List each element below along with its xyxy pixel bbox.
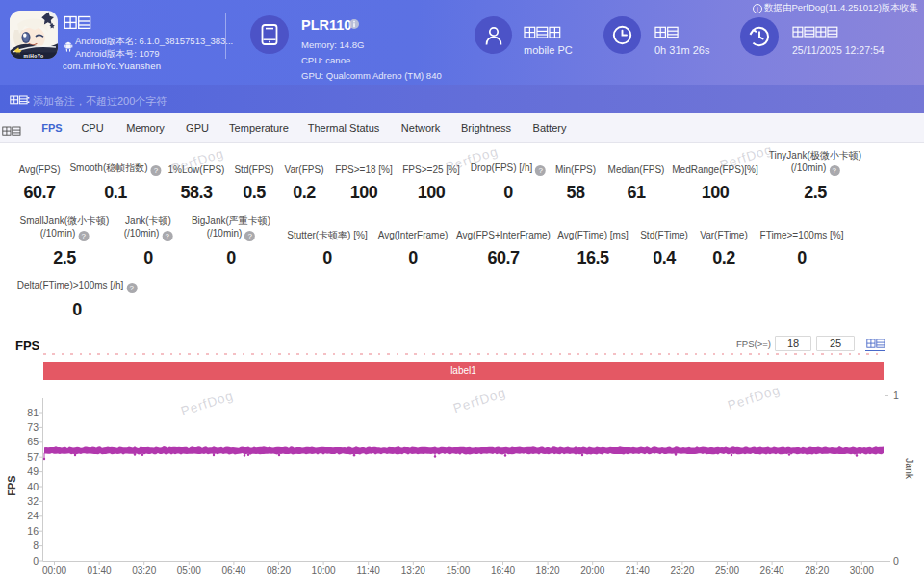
- svg-text:Jank: Jank: [904, 458, 915, 480]
- svg-text:73: 73: [27, 421, 38, 433]
- svg-text:49: 49: [27, 465, 38, 477]
- svg-text:16:40: 16:40: [491, 565, 515, 576]
- svg-text:40: 40: [27, 481, 38, 492]
- svg-text:15:00: 15:00: [446, 565, 470, 576]
- svg-text:11:40: 11:40: [357, 565, 381, 576]
- svg-text:28:20: 28:20: [805, 565, 829, 576]
- svg-text:10:00: 10:00: [312, 565, 336, 576]
- svg-text:32: 32: [27, 495, 38, 507]
- svg-text:18:20: 18:20: [536, 565, 560, 576]
- svg-text:0: 0: [33, 555, 38, 566]
- svg-text:23:20: 23:20: [670, 565, 694, 576]
- svg-text:8: 8: [33, 540, 38, 551]
- svg-text:26:40: 26:40: [760, 565, 784, 576]
- svg-text:20:00: 20:00: [580, 565, 604, 576]
- svg-text:0: 0: [893, 555, 899, 566]
- svg-text:57: 57: [27, 451, 38, 463]
- svg-text:81: 81: [27, 407, 38, 418]
- svg-text:miHoYo: miHoYo: [24, 53, 44, 59]
- svg-text:21:40: 21:40: [626, 565, 650, 576]
- svg-text:03:20: 03:20: [132, 565, 156, 576]
- svg-text:25:00: 25:00: [715, 565, 739, 576]
- svg-text:24: 24: [27, 510, 38, 521]
- svg-text:00:00: 00:00: [42, 565, 66, 576]
- svg-text:16: 16: [27, 525, 38, 537]
- svg-text:65: 65: [27, 436, 38, 447]
- svg-text:08:20: 08:20: [267, 565, 291, 576]
- svg-text:05:00: 05:00: [177, 565, 201, 576]
- svg-text:30:00: 30:00: [850, 565, 874, 576]
- svg-text:FPS: FPS: [6, 475, 17, 495]
- svg-text:06:40: 06:40: [221, 565, 245, 576]
- svg-text:01:40: 01:40: [88, 565, 112, 576]
- svg-text:1: 1: [893, 390, 899, 401]
- svg-text:13:20: 13:20: [401, 565, 425, 576]
